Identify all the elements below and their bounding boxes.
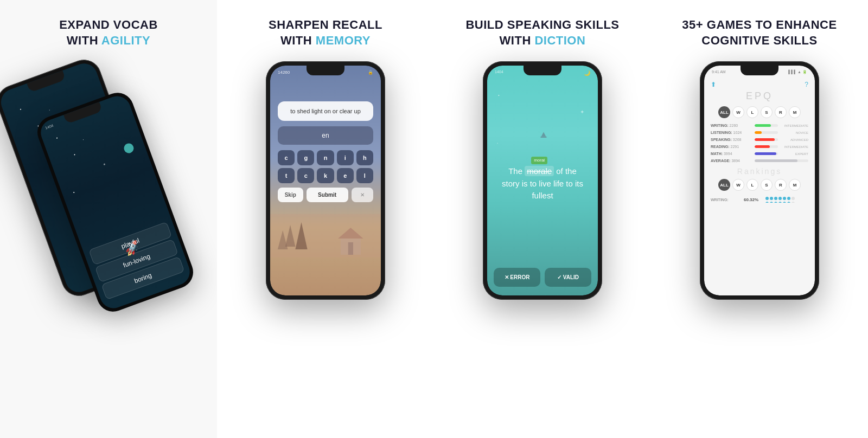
progress-bar-wrap-3 xyxy=(755,145,778,148)
star xyxy=(56,138,58,139)
rank-writing-value: 60.32% xyxy=(744,197,758,202)
notch-4 xyxy=(741,66,778,75)
title-highlight-3: DICTION xyxy=(534,34,585,47)
pill-w[interactable]: W xyxy=(732,106,744,118)
title-line2: WITH xyxy=(67,34,101,47)
signal-icons: ▌▌▌ ▲ 🔋 xyxy=(788,70,807,74)
clear-button[interactable]: ✕ xyxy=(352,188,373,202)
help-icon[interactable]: ? xyxy=(805,81,808,88)
notch xyxy=(27,70,66,93)
boat-icon xyxy=(540,132,546,138)
sentence-area: The moral morale of the story is to live… xyxy=(494,165,591,202)
skip-button[interactable]: Skip xyxy=(278,188,303,202)
definition-text: to shed light on or clear up xyxy=(290,108,361,114)
share-icon[interactable]: ⬆ xyxy=(711,81,716,88)
stat-label-4: MATH: 3994 xyxy=(711,152,751,156)
star-dot2: ✦ xyxy=(580,109,584,115)
panel-2-title: SHARPEN RECALL WITH MEMORY xyxy=(269,17,382,48)
stat-row-1: LISTENING: 1024 NOVICE xyxy=(711,131,808,134)
stat-row-2: SPEAKING: 3268 ADVANCED xyxy=(711,138,808,141)
error-button[interactable]: ✕ ERROR xyxy=(494,268,540,287)
keyboard-grid: c g n i h t c k e l xyxy=(278,150,373,183)
svg-rect-8 xyxy=(540,137,546,138)
phone-screen-3: 1404 🌙 • ✦ • xyxy=(487,66,598,295)
rank-icons xyxy=(764,196,796,203)
stat-level-2: ADVANCED xyxy=(781,138,808,141)
time-display: 9:41 AM xyxy=(712,70,726,74)
title-highlight: AGILITY xyxy=(101,34,150,47)
progress-fill-2 xyxy=(755,138,775,141)
word-wrong: morale xyxy=(525,166,554,176)
progress-bar-wrap-1 xyxy=(755,131,778,134)
star xyxy=(49,110,50,111)
rankings-pills: ALL W L S R M xyxy=(711,179,808,191)
key-t[interactable]: t xyxy=(278,168,295,183)
pill-s[interactable]: S xyxy=(761,106,773,118)
rank-people xyxy=(764,196,796,203)
stat-row-3: READING: 2291 INTERMEDIATE xyxy=(711,145,808,149)
rank-pill-all[interactable]: ALL xyxy=(718,179,730,191)
title-line2-4: COGNITIVE SKILLS xyxy=(701,34,817,47)
stat-row-4: MATH: 3994 EXPERT xyxy=(711,152,808,156)
key-i[interactable]: i xyxy=(337,150,354,165)
svg-point-10 xyxy=(770,197,773,200)
pill-l[interactable]: L xyxy=(746,106,758,118)
progress-bar-wrap-2 xyxy=(755,138,778,141)
star xyxy=(83,139,84,140)
svg-marker-7 xyxy=(541,132,546,137)
key-c[interactable]: c xyxy=(278,150,295,165)
moon-container xyxy=(515,98,570,154)
valid-button[interactable]: ✓ VALID xyxy=(545,268,591,287)
key-h[interactable]: h xyxy=(356,150,373,165)
stats-container: WRITING: 2260 INTERMEDIATE LISTENING: 10… xyxy=(711,124,808,163)
rank-pill-m[interactable]: M xyxy=(789,179,801,191)
action-buttons: Skip Submit ✕ xyxy=(278,188,373,202)
progress-bar-wrap-0 xyxy=(755,124,778,127)
svg-point-12 xyxy=(778,197,782,200)
rank-pill-r[interactable]: R xyxy=(775,179,787,191)
title-line2-3: WITH xyxy=(500,34,535,47)
answer-field[interactable]: en xyxy=(278,126,373,145)
stat-row-0: WRITING: 2260 INTERMEDIATE xyxy=(711,124,808,127)
rank-pill-w[interactable]: W xyxy=(732,179,744,191)
submit-button[interactable]: Submit xyxy=(307,188,348,202)
title-highlight-2: MEMORY xyxy=(316,34,371,47)
pill-m[interactable]: M xyxy=(789,106,801,118)
epq-screen: 9:41 AM ▌▌▌ ▲ 🔋 ⬆ ? EPQ ALL W L S R M xyxy=(704,66,815,295)
stat-level-3: INTERMEDIATE xyxy=(781,145,808,149)
phone-frame-2: 14260 🛡 4 🔒 to shed light on or clear up… xyxy=(266,61,385,300)
stat-label-5: AVERAGE: 3894 xyxy=(711,159,751,163)
key-n[interactable]: n xyxy=(317,150,334,165)
stat-level-4: EXPERT xyxy=(781,152,808,156)
phone-frame-3: 1404 🌙 • ✦ • xyxy=(483,61,602,300)
svg-rect-6 xyxy=(348,242,353,255)
panel-epq: 35+ GAMES TO ENHANCE COGNITIVE SKILLS 9:… xyxy=(651,0,868,438)
star xyxy=(20,109,22,111)
stat-label-3: READING: 2291 xyxy=(711,145,751,149)
rank-pill-l[interactable]: L xyxy=(746,179,758,191)
key-c2[interactable]: c xyxy=(297,168,314,183)
definition-card: to shed light on or clear up xyxy=(278,101,373,121)
phone-frame-4: 9:41 AM ▌▌▌ ▲ 🔋 ⬆ ? EPQ ALL W L S R M xyxy=(700,61,819,300)
panel-3-title: BUILD SPEAKING SKILLS WITH DICTION xyxy=(465,17,619,48)
scene-background xyxy=(270,214,381,257)
key-g[interactable]: g xyxy=(297,150,314,165)
trees-svg xyxy=(270,214,381,257)
panel-vocab: EXPAND VOCAB WITH AGILITY 1404 xyxy=(0,0,217,438)
title-line1-3: BUILD SPEAKING SKILLS xyxy=(465,18,619,31)
status-score: 14260 xyxy=(278,70,290,75)
star-dot: • xyxy=(498,93,500,98)
word-choices: playful fun-loving boring xyxy=(84,220,190,302)
key-l[interactable]: l xyxy=(356,168,373,183)
key-e[interactable]: e xyxy=(337,168,354,183)
star xyxy=(103,163,105,165)
moon-svg xyxy=(515,98,570,152)
pill-r[interactable]: R xyxy=(775,106,787,118)
pill-all[interactable]: ALL xyxy=(718,106,730,118)
category-pills: ALL W L S R M xyxy=(711,106,808,118)
stat-row-5: AVERAGE: 3894 xyxy=(711,159,808,163)
rank-pill-s[interactable]: S xyxy=(761,179,773,191)
key-k[interactable]: k xyxy=(317,168,334,183)
svg-rect-0 xyxy=(270,214,381,257)
phone-screen-4: 9:41 AM ▌▌▌ ▲ 🔋 ⬆ ? EPQ ALL W L S R M xyxy=(704,66,815,295)
